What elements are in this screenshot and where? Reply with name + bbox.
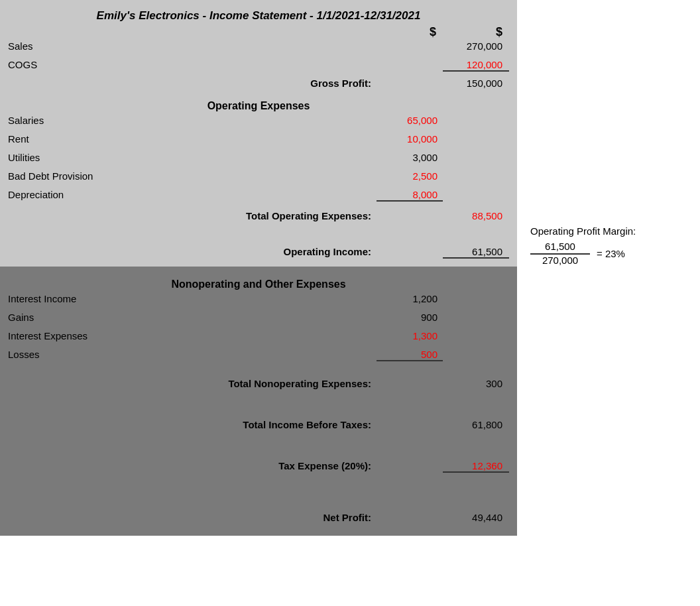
interest-income-value: 1,200 [377,293,443,304]
utilities-value: 3,000 [377,152,443,163]
spacer5 [8,491,509,501]
total-income-value: 61,800 [443,419,509,430]
bad-debt-label: Bad Debt Provision [8,170,377,182]
rent-label: Rent [8,133,377,145]
operating-income-row: Operating Income: 61,500 [8,246,509,264]
total-nonop-row: Total Nonoperating Expenses: 300 [8,378,509,395]
salaries-value: 65,000 [377,115,443,126]
spacer3 [8,408,509,419]
tax-row: Tax Expense (20%): 12,360 [8,460,509,477]
total-nonop-value: 300 [443,378,509,389]
gains-label: Gains [8,312,377,323]
col-header-2: $ [436,25,502,39]
tax-value: 12,360 [443,460,509,473]
margin-result: = 23% [597,248,625,259]
losses-row: Losses 500 [8,349,509,366]
spacer2 [8,367,509,378]
cogs-value: 120,000 [443,59,509,72]
operating-income-value: 61,500 [443,246,509,259]
net-profit-row: Net Profit: 49,440 [8,512,509,529]
spacer6 [8,501,509,512]
cogs-label: COGS [8,59,377,70]
spacer4 [8,450,509,460]
depreciation-row: Depreciation 8,000 [8,189,509,206]
sales-label: Sales [8,40,377,52]
net-profit-value: 49,440 [443,512,509,523]
interest-expenses-value: 1,300 [377,330,443,341]
column-headers: $ $ [8,25,509,39]
nonop-heading: Nonoperating and Other Expenses [8,278,509,290]
net-profit-label: Net Profit: [8,512,377,523]
op-expenses-heading: Operating Expenses [8,100,509,112]
gains-value: 900 [377,312,443,323]
depreciation-label: Depreciation [8,189,377,200]
interest-income-row: Interest Income 1,200 [8,293,509,310]
tax-label: Tax Expense (20%): [8,460,377,471]
page-container: Emily's Electronics - Income Statement -… [0,0,700,536]
losses-label: Losses [8,349,377,360]
margin-title: Operating Profit Margin: [530,225,693,237]
margin-numerator: 61,500 [530,241,590,255]
utilities-row: Utilities 3,000 [8,152,509,169]
statement-title: Emily's Electronics - Income Statement -… [8,5,509,23]
col-header-1: $ [370,25,436,39]
total-op-label: Total Operating Expenses: [8,210,377,221]
fraction-display: 61,500 270,000 [530,241,590,266]
depreciation-value: 8,000 [377,189,443,202]
gains-row: Gains 900 [8,312,509,329]
rent-value: 10,000 [377,133,443,145]
margin-note: Operating Profit Margin: 61,500 270,000 … [517,0,700,536]
losses-value: 500 [377,349,443,361]
income-statement: Emily's Electronics - Income Statement -… [0,0,517,536]
bad-debt-value: 2,500 [377,170,443,182]
bad-debt-row: Bad Debt Provision 2,500 [8,170,509,188]
utilities-label: Utilities [8,152,377,163]
interest-expenses-label: Interest Expenses [8,330,377,341]
margin-fraction: 61,500 270,000 = 23% [530,241,693,266]
total-nonop-label: Total Nonoperating Expenses: [8,378,377,389]
salaries-row: Salaries 65,000 [8,115,509,132]
operating-income-label: Operating Income: [8,246,377,257]
total-income-row: Total Income Before Taxes: 61,800 [8,419,509,436]
total-income-label: Total Income Before Taxes: [8,419,377,430]
section-top: Emily's Electronics - Income Statement -… [0,0,517,267]
rent-row: Rent 10,000 [8,133,509,151]
salaries-label: Salaries [8,115,377,126]
interest-income-label: Interest Income [8,293,377,304]
sales-row: Sales 270,000 [8,40,509,58]
gross-profit-value: 150,000 [443,78,509,89]
section-bottom: Nonoperating and Other Expenses Interest… [0,267,517,536]
gross-profit-label: Gross Profit: [8,78,377,89]
interest-expenses-row: Interest Expenses 1,300 [8,330,509,347]
spacer1 [8,229,509,239]
sales-value: 270,000 [443,40,509,52]
cogs-row: COGS 120,000 [8,59,509,76]
total-op-row: Total Operating Expenses: 88,500 [8,210,509,227]
margin-denominator: 270,000 [530,255,590,266]
gross-profit-row: Gross Profit: 150,000 [8,78,509,95]
total-op-value: 88,500 [443,210,509,221]
